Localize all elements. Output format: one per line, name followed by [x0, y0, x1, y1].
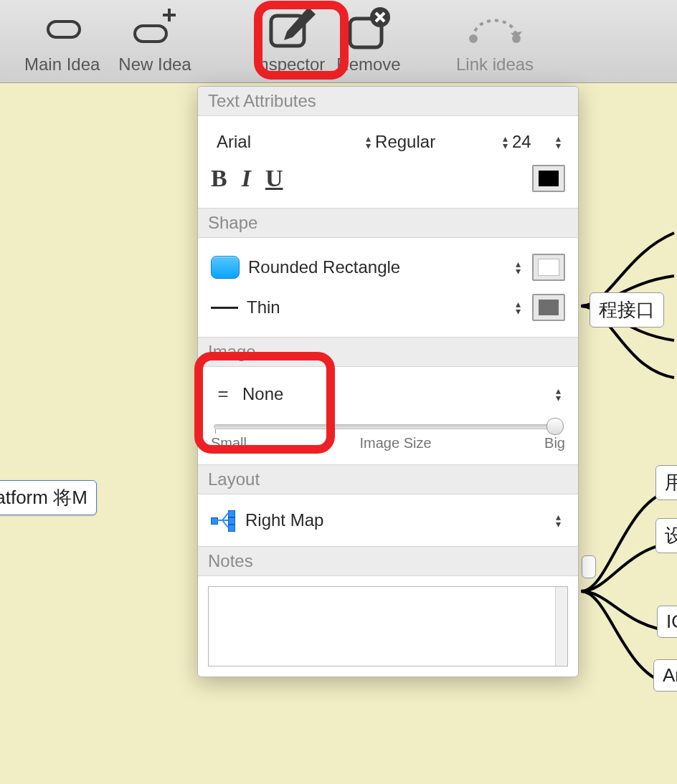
toolbar-link-ideas[interactable]: Link ideas [456, 4, 534, 75]
image-none-icon: = [215, 383, 231, 405]
notes-textarea[interactable] [208, 586, 568, 666]
image-size-big-label: Big [544, 435, 565, 451]
stepper-icon: ▴▾ [556, 387, 561, 401]
section-notes: Notes [198, 546, 578, 576]
node-settings[interactable]: 设 [655, 518, 677, 553]
section-shape: Shape [198, 208, 578, 238]
slider-tick [215, 429, 216, 434]
font-style-select[interactable]: Regular ▴▾ [375, 132, 512, 152]
stepper-icon: ▴▾ [366, 135, 371, 149]
slider-thumb[interactable] [546, 418, 564, 435]
stroke-color-well[interactable] [532, 294, 565, 321]
right-map-icon [211, 510, 237, 530]
notes-scrollbar[interactable] [555, 587, 567, 666]
section-text-attributes: Text Attributes [198, 87, 578, 116]
new-idea-icon [118, 4, 192, 53]
toolbar-remove-label: Remove [334, 54, 403, 75]
svg-rect-0 [48, 21, 80, 37]
layout-value: Right Map [245, 510, 323, 530]
text-color-well[interactable] [532, 165, 565, 192]
underline-button[interactable]: U [265, 165, 283, 192]
font-family-select[interactable]: Arial ▴▾ [211, 132, 375, 152]
toolbar-main-idea[interactable]: Main Idea [24, 4, 100, 75]
stroke-color-swatch [539, 300, 559, 315]
main-idea-node[interactable]: OM Platform 将M [0, 480, 97, 515]
image-size-label: Image Size [360, 435, 432, 451]
bold-button[interactable]: B [211, 165, 227, 192]
italic-button[interactable]: I [242, 165, 251, 192]
image-select[interactable]: None ▴▾ [242, 384, 565, 404]
slider-track [214, 424, 562, 429]
node-collapse-handle[interactable] [582, 555, 596, 578]
stroke-select[interactable]: Thin ▴▾ [247, 297, 525, 317]
shape-fill-well[interactable] [532, 254, 565, 281]
stepper-icon: ▴▾ [516, 300, 521, 315]
layout-select[interactable]: Right Map ▴▾ [245, 510, 565, 530]
main-idea-icon [25, 4, 100, 53]
svg-rect-1 [135, 26, 166, 42]
toolbar: Main Idea New Idea Inspector Remove [0, 0, 677, 83]
thin-line-icon [211, 307, 238, 309]
stroke-value: Thin [247, 297, 280, 317]
toolbar-remove[interactable]: Remove [334, 4, 403, 75]
node-programming-interface[interactable]: 程接口 [590, 292, 664, 328]
rounded-rectangle-icon [211, 256, 240, 279]
toolbar-new-idea-label: New Idea [118, 54, 192, 75]
image-size-slider[interactable] [214, 418, 562, 434]
shape-value: Rounded Rectangle [248, 257, 400, 277]
section-layout: Layout [198, 464, 578, 494]
toolbar-inspector-label: Inspector [251, 54, 328, 75]
inspector-panel: Text Attributes Arial ▴▾ Regular ▴▾ 24 ▴… [197, 86, 579, 677]
toolbar-main-idea-label: Main Idea [24, 54, 100, 75]
image-value: None [242, 384, 283, 404]
node-user[interactable]: 用 [655, 465, 677, 500]
shape-fill-swatch [538, 259, 559, 276]
text-color-swatch [539, 171, 559, 186]
font-style-value: Regular [375, 132, 435, 152]
section-image: Image [198, 337, 578, 367]
link-ideas-icon [456, 4, 534, 53]
stepper-icon: ▴▾ [556, 135, 561, 149]
stepper-icon: ▴▾ [516, 260, 521, 274]
font-family-value: Arial [217, 132, 251, 152]
compose-icon [251, 4, 328, 53]
stepper-icon: ▴▾ [503, 135, 508, 149]
font-size-select[interactable]: 24 ▴▾ [512, 132, 565, 152]
toolbar-new-idea[interactable]: New Idea [118, 4, 192, 75]
svg-marker-5 [284, 7, 316, 40]
remove-icon [334, 4, 403, 53]
shape-select[interactable]: Rounded Rectangle ▴▾ [248, 257, 525, 277]
toolbar-link-ideas-label: Link ideas [456, 54, 534, 75]
node-io[interactable]: IO [657, 606, 677, 638]
node-an[interactable]: An [653, 659, 677, 692]
font-size-value: 24 [512, 132, 531, 152]
stepper-icon: ▴▾ [556, 513, 561, 527]
image-size-small-label: Small [211, 435, 247, 451]
toolbar-inspector[interactable]: Inspector [251, 4, 328, 75]
